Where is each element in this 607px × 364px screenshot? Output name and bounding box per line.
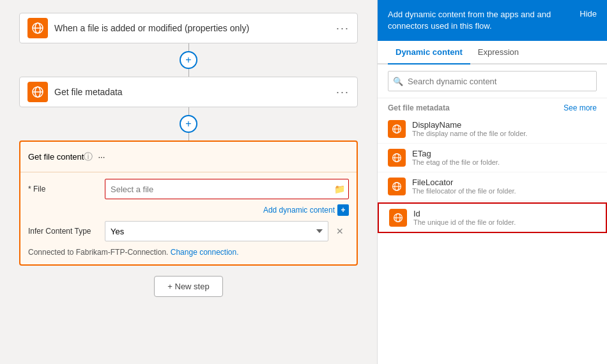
item-etag-text: ETag The etag of the file or folder.	[412, 149, 597, 166]
panel-header-text: Add dynamic content from the apps and an…	[388, 9, 572, 32]
section-header: Get file metadata See more	[378, 98, 607, 115]
new-step-button[interactable]: + New step	[154, 276, 222, 297]
item-id-name: Id	[413, 209, 595, 218]
infer-select-wrap: Yes No ✕	[105, 221, 349, 241]
list-item-selected[interactable]: Id The unique id of the file or folder.	[378, 202, 607, 233]
add-step-btn-1[interactable]: +	[180, 51, 197, 69]
step2-menu[interactable]: ···	[336, 86, 350, 99]
item-id-desc: The unique id of the file or folder.	[413, 218, 595, 226]
file-label: * File	[28, 185, 105, 193]
item-filelocator-text: FileLocator The filelocator of the file …	[412, 178, 597, 195]
step1-icon	[27, 18, 48, 38]
vline-top-2	[188, 107, 189, 115]
search-input[interactable]	[388, 71, 597, 91]
canvas: When a file is added or modified (proper…	[0, 0, 377, 364]
folder-icon: 📁	[334, 184, 345, 194]
item-id-text: Id The unique id of the file or folder.	[413, 209, 595, 226]
item-displayname-desc: The display name of the file or folder.	[412, 130, 597, 137]
vline-top-1	[188, 43, 189, 51]
step3-menu[interactable]: ···	[98, 152, 105, 162]
infer-select[interactable]: Yes No	[105, 221, 328, 241]
content-list: DisplayName The display name of the file…	[378, 115, 607, 364]
search-icon: 🔍	[393, 77, 403, 86]
connection-row: Connected to Fabrikam-FTP-Connection. Ch…	[28, 246, 349, 258]
item-id-icon	[389, 209, 407, 227]
section-label: Get file metadata	[388, 103, 450, 112]
step1-menu[interactable]: ···	[336, 22, 350, 35]
panel-tabs: Dynamic content Expression	[378, 41, 607, 64]
tab-expression[interactable]: Expression	[470, 41, 526, 64]
info-icon[interactable]: ⓘ	[84, 151, 93, 163]
search-wrap: 🔍	[378, 64, 607, 98]
item-etag-desc: The etag of the file or folder.	[412, 158, 597, 166]
panel-header: Add dynamic content from the apps and an…	[378, 0, 607, 41]
infer-row: Infer Content Type Yes No ✕	[28, 221, 349, 241]
tab-dynamic-content[interactable]: Dynamic content	[388, 41, 470, 64]
item-filelocator-name: FileLocator	[412, 178, 597, 187]
active-step-body: * File 📁 Add dynamic content + Infer Con…	[20, 172, 357, 264]
connector-2: +	[180, 107, 197, 140]
search-container: 🔍	[388, 71, 597, 91]
add-dynamic-row: Add dynamic content +	[28, 204, 349, 216]
list-item[interactable]: FileLocator The filelocator of the file …	[378, 172, 607, 201]
file-input-wrap: 📁	[105, 179, 349, 199]
item-displayname-name: DisplayName	[412, 120, 597, 130]
hide-panel-button[interactable]: Hide	[580, 9, 597, 19]
step2-icon	[27, 82, 48, 102]
add-step-btn-2[interactable]: +	[180, 115, 197, 133]
required-star: *	[28, 185, 33, 193]
item-filelocator-icon	[388, 178, 406, 195]
step1-title: When a file is added or modified (proper…	[54, 23, 336, 33]
infer-label: Infer Content Type	[28, 227, 105, 236]
item-etag-name: ETag	[412, 149, 597, 158]
change-connection-link[interactable]: Change connection.	[171, 248, 239, 257]
list-item[interactable]: ETag The etag of the file or folder.	[378, 144, 607, 172]
see-more-link[interactable]: See more	[564, 103, 597, 112]
dynamic-content-panel: Add dynamic content from the apps and an…	[377, 0, 607, 364]
connection-text: Connected to Fabrikam-FTP-Connection.	[28, 248, 168, 257]
step-get-file-metadata[interactable]: Get file metadata ···	[19, 77, 358, 107]
add-dynamic-plus-btn[interactable]: +	[337, 204, 349, 216]
item-displayname-icon	[388, 120, 406, 138]
add-dynamic-link[interactable]: Add dynamic content	[263, 206, 335, 215]
item-displayname-text: DisplayName The display name of the file…	[412, 120, 597, 137]
step-get-file-content: Get file content ⓘ ··· * File 📁 Add dyna…	[19, 140, 358, 266]
connector-1: +	[180, 43, 197, 77]
vline-bottom-2	[188, 133, 189, 140]
active-step-header: Get file content ⓘ ···	[20, 142, 357, 172]
item-filelocator-desc: The filelocator of the file or folder.	[412, 187, 597, 195]
file-input[interactable]	[105, 179, 349, 199]
list-item[interactable]: DisplayName The display name of the file…	[378, 115, 607, 144]
step3-title: Get file content	[28, 152, 84, 162]
infer-clear-btn[interactable]: ✕	[331, 222, 349, 240]
step2-title: Get file metadata	[54, 87, 336, 97]
vline-bottom-1	[188, 69, 189, 77]
step-when-file-added[interactable]: When a file is added or modified (proper…	[19, 13, 358, 43]
file-row: * File 📁	[28, 179, 349, 199]
item-etag-icon	[388, 149, 406, 167]
